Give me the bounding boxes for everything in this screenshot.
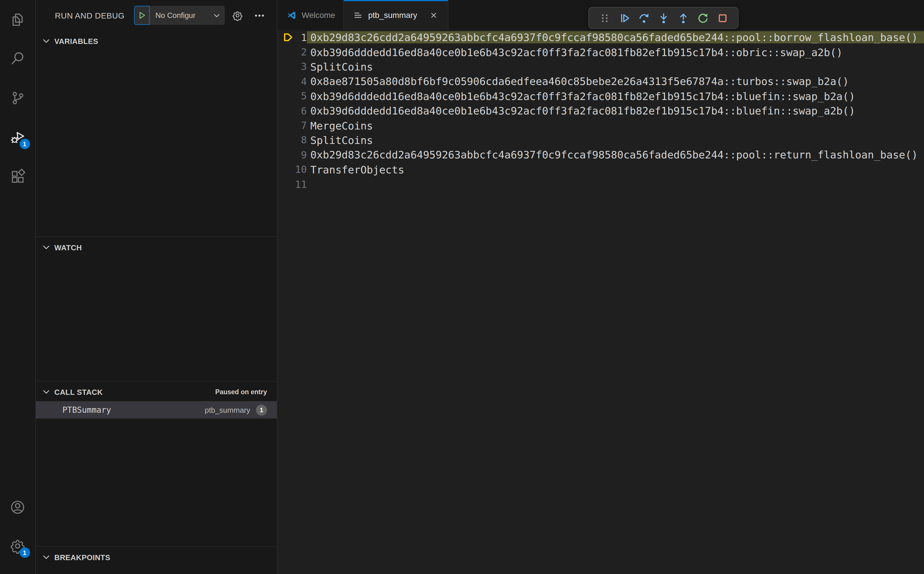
screenshot-stage: 1 1 RUN AND DEBUG No Configur	[0, 0, 924, 574]
activity-bar-item-run-and-debug[interactable]: 1	[4, 123, 31, 151]
sidebar-header: RUN AND DEBUG No Configur	[36, 0, 277, 31]
code-editor[interactable]: 10xb29d83c26cdd2a64959263abbcfc4a6937f0c…	[277, 30, 924, 574]
call-stack-frame-row[interactable]: PTBSummary ptb_summary 1	[36, 401, 277, 418]
ellipsis-icon	[254, 9, 265, 21]
chevron-down-icon	[42, 553, 51, 562]
debug-configuration-dropdown[interactable]: No Configur	[150, 6, 225, 25]
tab-label: Welcome	[302, 10, 335, 20]
extensions-icon	[9, 168, 26, 184]
settings-badge: 1	[19, 547, 30, 558]
tab-ptb-summary[interactable]: ptb_summary	[344, 0, 449, 30]
code-line-7[interactable]: 7MergeCoins	[277, 118, 924, 133]
variables-section-header[interactable]: VARIABLES	[36, 31, 277, 47]
restart-icon	[697, 12, 709, 24]
tab-close-button[interactable]	[428, 9, 440, 21]
stack-frame-meta: ptb_summary 1	[205, 404, 277, 415]
code-line-text: 0xb39d6dddedd16ed8a40ce0b1e6b43c92acf0ff…	[307, 105, 924, 117]
code-line-text: MergeCoins	[307, 119, 924, 131]
code-line-2[interactable]: 20xb39d6dddedd16ed8a40ce0b1e6b43c92acf0f…	[277, 45, 924, 60]
line-number: 3	[294, 61, 307, 73]
code-line-text: 0xb39d6dddedd16ed8a40ce0b1e6b43c92acf0ff…	[307, 90, 924, 102]
step-over-icon	[638, 12, 650, 24]
line-number: 7	[294, 120, 307, 131]
account-icon	[9, 498, 26, 515]
breakpoints-section: BREAKPOINTS	[36, 547, 277, 573]
line-number: 6	[294, 105, 307, 117]
code-line-text: TransferObjects	[307, 163, 924, 175]
variables-section: VARIABLES	[36, 31, 277, 237]
code-line-6[interactable]: 60xb39d6dddedd16ed8a40ce0b1e6b43c92acf0f…	[277, 104, 924, 118]
continue-button[interactable]	[614, 9, 634, 27]
activity-bar-item-search[interactable]	[4, 44, 31, 72]
code-line-5[interactable]: 50xb39d6dddedd16ed8a40ce0b1e6b43c92acf0f…	[277, 89, 924, 104]
gripper-icon	[598, 12, 611, 24]
views-more-actions-button[interactable]	[250, 6, 269, 25]
editor-area: Welcomeptb_summary 10xb29d83c26cdd2a6495…	[277, 0, 924, 574]
activity-bar-bottom: 1	[4, 493, 31, 574]
list-icon	[353, 10, 363, 20]
activity-bar-item-explorer[interactable]	[4, 5, 31, 33]
restart-button[interactable]	[693, 9, 713, 27]
stop-icon	[716, 12, 729, 24]
debug-settings-gear-button[interactable]	[228, 6, 247, 25]
code-line-text: 0xb29d83c26cdd2a64959263abbcfc4a6937f0c9…	[307, 31, 924, 43]
watch-section-header[interactable]: WATCH	[36, 237, 277, 253]
chevron-down-icon	[42, 243, 51, 252]
step-out-button[interactable]	[673, 9, 693, 27]
start-debugging-button[interactable]	[134, 6, 150, 25]
step-out-icon	[677, 12, 689, 24]
stack-frame-line-badge: 1	[256, 404, 267, 415]
line-number: 10	[294, 164, 307, 175]
vscode-window: 1 1 RUN AND DEBUG No Configur	[0, 0, 924, 574]
breakpoints-section-title: BREAKPOINTS	[54, 553, 110, 561]
line-number: 8	[294, 134, 307, 146]
watch-section-title: WATCH	[54, 243, 82, 252]
code-line-8[interactable]: 8SplitCoins	[277, 132, 924, 147]
chevron-down-icon	[42, 36, 51, 46]
line-number: 1	[294, 32, 307, 43]
stack-frame-name: PTBSummary	[62, 405, 111, 415]
code-line-4[interactable]: 40x8ae871505a80d8bf6bf9c05906cda6edfeea4…	[277, 74, 924, 89]
breakpoints-section-header[interactable]: BREAKPOINTS	[36, 547, 277, 563]
debug-launch-group: No Configur	[134, 6, 225, 25]
vscode-icon	[286, 10, 296, 20]
activity-bar-item-account[interactable]	[4, 493, 31, 521]
line-number: 11	[294, 178, 307, 190]
activity-bar-item-extensions[interactable]	[4, 162, 31, 190]
run-and-debug-badge: 1	[19, 139, 30, 149]
sidebar-title: RUN AND DEBUG	[55, 11, 124, 20]
stop-button[interactable]	[713, 9, 732, 27]
step-into-button[interactable]	[653, 9, 673, 27]
line-number: 9	[294, 149, 307, 161]
watch-section: WATCH	[36, 237, 277, 382]
chevron-down-icon	[42, 387, 51, 397]
code-line-9[interactable]: 90xb29d83c26cdd2a64959263abbcfc4a6937f0c…	[277, 147, 924, 162]
step-over-button[interactable]	[634, 9, 653, 27]
code-line-3[interactable]: 3SplitCoins	[277, 60, 924, 74]
activity-bar-top: 1	[4, 0, 31, 190]
activity-bar-item-source-control[interactable]	[4, 84, 31, 112]
code-line-10[interactable]: 10TransferObjects	[277, 162, 924, 177]
play-icon	[137, 11, 146, 20]
search-icon	[9, 50, 26, 67]
code-line-11[interactable]: 11	[277, 177, 924, 192]
tab-welcome[interactable]: Welcome	[277, 0, 344, 30]
chevron-down-icon	[213, 11, 221, 19]
code-line-text: SplitCoins	[307, 134, 924, 146]
code-line-text: 0x8ae871505a80d8bf6bf9c05906cda6edfeea46…	[307, 76, 924, 88]
files-icon	[9, 11, 26, 27]
source-control-icon	[9, 89, 26, 106]
tab-label: ptb_summary	[368, 10, 417, 20]
drag-handle-button[interactable]	[595, 9, 614, 27]
code-line-1[interactable]: 10xb29d83c26cdd2a64959263abbcfc4a6937f0c…	[277, 30, 924, 45]
activity-bar: 1 1	[0, 0, 36, 574]
activity-bar-item-settings[interactable]: 1	[4, 532, 31, 560]
code-line-text: 0xb39d6dddedd16ed8a40ce0b1e6b43c92acf0ff…	[307, 46, 924, 58]
code-line-text: SplitCoins	[307, 61, 924, 73]
debug-configuration-value: No Configur	[156, 11, 213, 20]
line-number: 2	[294, 46, 307, 58]
call-stack-section-header[interactable]: CALL STACK Paused on entry	[36, 382, 277, 398]
code-line-text: 0xb29d83c26cdd2a64959263abbcfc4a6937f0c9…	[307, 149, 924, 161]
line-number: 5	[294, 90, 307, 102]
call-stack-section-title: CALL STACK	[54, 388, 103, 396]
